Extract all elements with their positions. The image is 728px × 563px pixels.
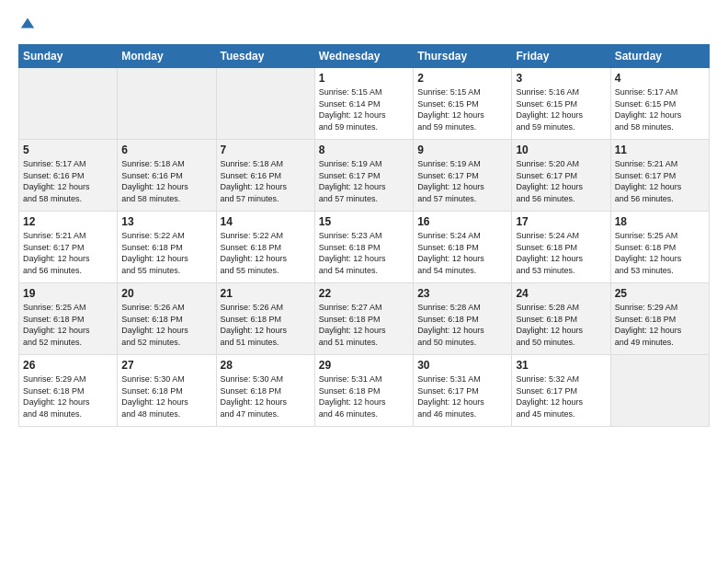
day-number: 13 xyxy=(121,215,211,228)
empty-cell xyxy=(19,68,118,140)
day-info: Sunrise: 5:15 AM Sunset: 6:14 PM Dayligh… xyxy=(319,86,409,132)
day-info: Sunrise: 5:29 AM Sunset: 6:18 PM Dayligh… xyxy=(23,373,113,419)
day-info: Sunrise: 5:28 AM Sunset: 6:18 PM Dayligh… xyxy=(417,302,507,348)
day-number: 31 xyxy=(516,359,606,372)
day-number: 11 xyxy=(615,144,705,156)
day-number: 2 xyxy=(417,72,507,85)
header xyxy=(18,15,710,33)
day-cell-31: 31Sunrise: 5:32 AM Sunset: 6:17 PM Dayli… xyxy=(512,355,610,427)
day-info: Sunrise: 5:16 AM Sunset: 6:15 PM Dayligh… xyxy=(516,86,606,132)
day-info: Sunrise: 5:24 AM Sunset: 6:18 PM Dayligh… xyxy=(516,230,606,276)
day-cell-5: 5Sunrise: 5:17 AM Sunset: 6:16 PM Daylig… xyxy=(19,140,118,212)
day-cell-15: 15Sunrise: 5:23 AM Sunset: 6:18 PM Dayli… xyxy=(314,212,413,283)
day-info: Sunrise: 5:21 AM Sunset: 6:17 PM Dayligh… xyxy=(615,158,705,204)
day-cell-25: 25Sunrise: 5:29 AM Sunset: 6:18 PM Dayli… xyxy=(610,283,709,355)
weekday-header-wednesday: Wednesday xyxy=(314,45,413,68)
day-number: 4 xyxy=(615,72,705,85)
day-number: 15 xyxy=(319,215,409,228)
day-number: 6 xyxy=(121,144,211,156)
day-cell-12: 12Sunrise: 5:21 AM Sunset: 6:17 PM Dayli… xyxy=(19,212,118,283)
day-cell-2: 2Sunrise: 5:15 AM Sunset: 6:15 PM Daylig… xyxy=(414,68,512,140)
day-info: Sunrise: 5:22 AM Sunset: 6:18 PM Dayligh… xyxy=(121,230,211,276)
weekday-header-monday: Monday xyxy=(118,45,216,68)
day-cell-30: 30Sunrise: 5:31 AM Sunset: 6:17 PM Dayli… xyxy=(414,355,512,427)
week-row-2: 5Sunrise: 5:17 AM Sunset: 6:16 PM Daylig… xyxy=(19,140,710,212)
day-cell-9: 9Sunrise: 5:19 AM Sunset: 6:17 PM Daylig… xyxy=(414,140,512,212)
day-number: 7 xyxy=(221,144,311,156)
day-cell-4: 4Sunrise: 5:17 AM Sunset: 6:15 PM Daylig… xyxy=(610,68,709,140)
day-info: Sunrise: 5:27 AM Sunset: 6:18 PM Dayligh… xyxy=(319,302,409,348)
week-row-1: 1Sunrise: 5:15 AM Sunset: 6:14 PM Daylig… xyxy=(19,68,710,140)
empty-cell xyxy=(118,68,216,140)
week-row-4: 19Sunrise: 5:25 AM Sunset: 6:18 PM Dayli… xyxy=(19,283,710,355)
logo xyxy=(18,15,36,33)
day-number: 18 xyxy=(615,215,705,228)
day-number: 28 xyxy=(221,359,311,372)
day-info: Sunrise: 5:25 AM Sunset: 6:18 PM Dayligh… xyxy=(615,230,705,276)
day-number: 10 xyxy=(516,144,606,156)
day-cell-1: 1Sunrise: 5:15 AM Sunset: 6:14 PM Daylig… xyxy=(314,68,413,140)
day-number: 8 xyxy=(319,144,409,156)
day-info: Sunrise: 5:23 AM Sunset: 6:18 PM Dayligh… xyxy=(319,230,409,276)
day-info: Sunrise: 5:15 AM Sunset: 6:15 PM Dayligh… xyxy=(417,86,507,132)
week-row-3: 12Sunrise: 5:21 AM Sunset: 6:17 PM Dayli… xyxy=(19,212,710,283)
empty-cell xyxy=(216,68,314,140)
day-cell-28: 28Sunrise: 5:30 AM Sunset: 6:18 PM Dayli… xyxy=(216,355,314,427)
day-number: 27 xyxy=(121,359,211,372)
day-cell-3: 3Sunrise: 5:16 AM Sunset: 6:15 PM Daylig… xyxy=(512,68,610,140)
weekday-header-sunday: Sunday xyxy=(19,45,118,68)
day-number: 24 xyxy=(516,287,606,300)
day-cell-29: 29Sunrise: 5:31 AM Sunset: 6:18 PM Dayli… xyxy=(314,355,413,427)
day-info: Sunrise: 5:31 AM Sunset: 6:18 PM Dayligh… xyxy=(319,373,409,419)
week-row-5: 26Sunrise: 5:29 AM Sunset: 6:18 PM Dayli… xyxy=(19,355,710,427)
weekday-header-thursday: Thursday xyxy=(414,45,512,68)
logo-icon xyxy=(19,15,36,31)
day-cell-24: 24Sunrise: 5:28 AM Sunset: 6:18 PM Dayli… xyxy=(512,283,610,355)
day-cell-27: 27Sunrise: 5:30 AM Sunset: 6:18 PM Dayli… xyxy=(118,355,216,427)
day-cell-26: 26Sunrise: 5:29 AM Sunset: 6:18 PM Dayli… xyxy=(19,355,118,427)
weekday-header-friday: Friday xyxy=(512,45,610,68)
day-info: Sunrise: 5:32 AM Sunset: 6:17 PM Dayligh… xyxy=(516,373,606,419)
day-number: 23 xyxy=(417,287,507,300)
day-info: Sunrise: 5:28 AM Sunset: 6:18 PM Dayligh… xyxy=(516,302,606,348)
day-number: 21 xyxy=(221,287,311,300)
day-info: Sunrise: 5:29 AM Sunset: 6:18 PM Dayligh… xyxy=(615,302,705,348)
day-number: 5 xyxy=(23,144,113,156)
day-info: Sunrise: 5:22 AM Sunset: 6:18 PM Dayligh… xyxy=(221,230,311,276)
page: SundayMondayTuesdayWednesdayThursdayFrid… xyxy=(0,0,728,442)
day-number: 14 xyxy=(221,215,311,228)
day-info: Sunrise: 5:18 AM Sunset: 6:16 PM Dayligh… xyxy=(221,158,311,204)
day-info: Sunrise: 5:26 AM Sunset: 6:18 PM Dayligh… xyxy=(121,302,211,348)
day-number: 9 xyxy=(417,144,507,156)
empty-cell xyxy=(610,355,709,427)
day-cell-18: 18Sunrise: 5:25 AM Sunset: 6:18 PM Dayli… xyxy=(610,212,709,283)
day-number: 1 xyxy=(319,72,409,85)
day-number: 16 xyxy=(417,215,507,228)
day-number: 17 xyxy=(516,215,606,228)
day-number: 26 xyxy=(23,359,113,372)
day-cell-22: 22Sunrise: 5:27 AM Sunset: 6:18 PM Dayli… xyxy=(314,283,413,355)
day-info: Sunrise: 5:25 AM Sunset: 6:18 PM Dayligh… xyxy=(23,302,113,348)
weekday-header-saturday: Saturday xyxy=(610,45,709,68)
day-info: Sunrise: 5:20 AM Sunset: 6:17 PM Dayligh… xyxy=(516,158,606,204)
day-cell-16: 16Sunrise: 5:24 AM Sunset: 6:18 PM Dayli… xyxy=(414,212,512,283)
day-number: 22 xyxy=(319,287,409,300)
weekday-header-tuesday: Tuesday xyxy=(216,45,314,68)
day-number: 29 xyxy=(319,359,409,372)
day-cell-14: 14Sunrise: 5:22 AM Sunset: 6:18 PM Dayli… xyxy=(216,212,314,283)
day-number: 20 xyxy=(121,287,211,300)
day-cell-23: 23Sunrise: 5:28 AM Sunset: 6:18 PM Dayli… xyxy=(414,283,512,355)
day-number: 19 xyxy=(23,287,113,300)
calendar-table: SundayMondayTuesdayWednesdayThursdayFrid… xyxy=(18,44,710,427)
day-info: Sunrise: 5:31 AM Sunset: 6:17 PM Dayligh… xyxy=(417,373,507,419)
day-number: 12 xyxy=(23,215,113,228)
day-number: 3 xyxy=(516,72,606,85)
weekday-header-row: SundayMondayTuesdayWednesdayThursdayFrid… xyxy=(19,45,710,68)
day-info: Sunrise: 5:17 AM Sunset: 6:16 PM Dayligh… xyxy=(23,158,113,204)
day-number: 25 xyxy=(615,287,705,300)
day-cell-11: 11Sunrise: 5:21 AM Sunset: 6:17 PM Dayli… xyxy=(610,140,709,212)
day-cell-8: 8Sunrise: 5:19 AM Sunset: 6:17 PM Daylig… xyxy=(314,140,413,212)
day-info: Sunrise: 5:18 AM Sunset: 6:16 PM Dayligh… xyxy=(121,158,211,204)
day-info: Sunrise: 5:30 AM Sunset: 6:18 PM Dayligh… xyxy=(221,373,311,419)
svg-marker-0 xyxy=(21,18,34,29)
